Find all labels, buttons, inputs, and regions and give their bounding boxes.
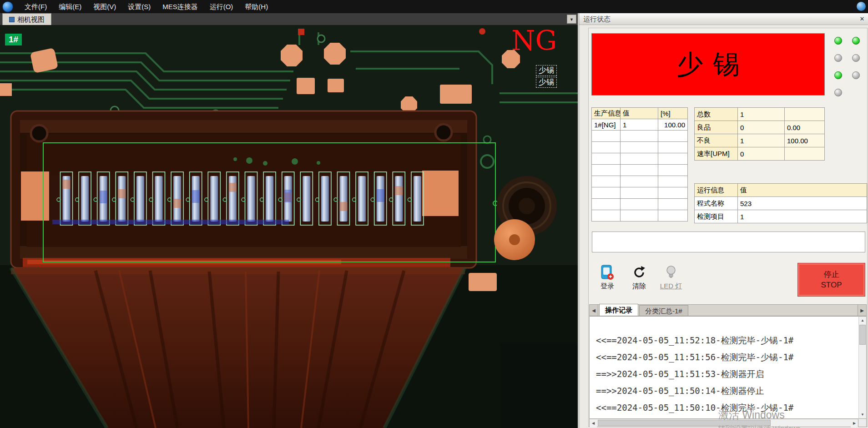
- table-row: 良品00.00: [695, 121, 825, 134]
- table-cell: [621, 153, 658, 165]
- log-line: ==>>2024-05-05_11:50:14-检测器停止: [596, 383, 858, 399]
- status-indicator-on: [834, 37, 842, 45]
- login-icon: [600, 263, 615, 282]
- table-cell: 不良: [695, 134, 738, 147]
- scroll-up-icon[interactable]: ▲: [859, 317, 866, 324]
- scrollbar-corner: [858, 419, 867, 427]
- log-tab-strip: ◀ 操作记录 分类汇总-1# ▶: [589, 304, 867, 316]
- table-cell: [785, 108, 825, 121]
- tab-operation-log[interactable]: 操作记录: [599, 304, 638, 316]
- table-cell: [658, 210, 688, 222]
- app-tray-icon[interactable]: [857, 2, 866, 11]
- log-line: <<==2024-05-05_11:50:10-检测完毕-少锡-1#: [596, 399, 858, 416]
- table-row: 1#[NG]1100.00: [592, 119, 688, 131]
- table-cell: [658, 131, 688, 142]
- table-cell: [658, 187, 688, 199]
- defect-banner: 少锡: [591, 33, 825, 96]
- table-row: [592, 187, 688, 199]
- panel-body: 少锡 生产信息值[%]1#[NG]1100.00 总数1良品00.00不良110…: [579, 25, 868, 428]
- menu-edit[interactable]: 编辑(E): [53, 0, 87, 13]
- login-label: 登录: [601, 282, 614, 291]
- led-light-button[interactable]: LED 灯: [657, 263, 685, 291]
- horizontal-scrollbar-thumb[interactable]: [598, 420, 771, 426]
- table-cell: 1: [738, 108, 785, 121]
- status-indicator-off: [852, 54, 860, 62]
- log-list: <<==2024-05-05_11:52:18-检测完毕-少锡-1#<<==20…: [590, 317, 858, 416]
- table-cell: [592, 153, 621, 165]
- menu-file[interactable]: 文件(F): [19, 0, 53, 13]
- menu-mes-connector[interactable]: MES连接器: [156, 0, 204, 13]
- table-row: 不良1100.00: [695, 134, 825, 147]
- menu-view[interactable]: 视图(V): [87, 0, 122, 13]
- led-bulb-icon: [664, 263, 678, 282]
- table-cell: 检测项目: [695, 210, 738, 223]
- camera-tab-label: 相机视图: [17, 14, 45, 25]
- table-row: 检测项目1: [695, 210, 867, 223]
- scroll-right-icon[interactable]: ▶: [851, 419, 858, 427]
- tab-scroll-right-icon[interactable]: ▶: [858, 305, 866, 316]
- status-indicator-off: [852, 71, 860, 79]
- run-status-panel: 运行状态 ✕ 少锡 生产信息值[%]1#[NG]1100.00 总数1良品00.…: [579, 13, 868, 428]
- menu-settings[interactable]: 设置(S): [122, 0, 156, 13]
- table-cell: 值: [738, 184, 867, 197]
- table-cell: 生产信息: [592, 108, 621, 119]
- table-row: [592, 153, 688, 165]
- status-indicator-off: [834, 54, 842, 62]
- camera-tab-bar: 相机视图 ▼: [0, 13, 578, 25]
- clear-label: 清除: [632, 282, 646, 291]
- log-horizontal-scrollbar[interactable]: ◀ ▶: [589, 419, 858, 427]
- table-cell: [592, 187, 621, 199]
- log-line: <<==2024-05-05_11:51:56-检测完毕-少锡-1#: [596, 349, 858, 366]
- stats-table: 总数1良品00.00不良1100.00速率[UPM]0: [694, 107, 825, 161]
- table-cell: [592, 131, 621, 142]
- table-cell: [592, 199, 621, 210]
- table-cell: [621, 199, 658, 210]
- scroll-left-icon[interactable]: ◀: [590, 419, 597, 427]
- stop-label-cn: 停止: [824, 269, 839, 280]
- table-cell: [621, 131, 658, 142]
- clear-button[interactable]: 清除: [625, 263, 653, 291]
- table-cell: [785, 147, 825, 161]
- table-cell: 1: [738, 134, 785, 147]
- table-row: [592, 199, 688, 210]
- log-line: ==>>2024-05-05_11:51:53-检测器开启: [596, 366, 858, 383]
- table-row: 总数1: [695, 108, 825, 121]
- tab-scroll-left-icon[interactable]: ◀: [590, 305, 598, 316]
- table-cell: [621, 187, 658, 199]
- stop-button[interactable]: 停止 STOP: [797, 263, 865, 297]
- message-box[interactable]: [592, 232, 865, 252]
- chevron-down-icon[interactable]: ▼: [567, 15, 576, 24]
- table-cell: 0: [738, 121, 785, 134]
- status-indicator-off: [834, 89, 842, 96]
- scroll-down-icon[interactable]: ▼: [859, 411, 866, 418]
- table-cell: 总数: [695, 108, 738, 121]
- table-cell: [621, 210, 658, 222]
- defect-tag: 少锡: [536, 65, 557, 76]
- app-logo-icon: [2, 1, 13, 12]
- table-cell: 100.00: [658, 119, 688, 131]
- table-row: [592, 165, 688, 176]
- table-cell: 运行信息: [695, 184, 738, 197]
- table-cell: 100.00: [785, 134, 825, 147]
- table-row: 生产信息值[%]: [592, 108, 688, 119]
- stop-label-en: STOP: [821, 280, 842, 290]
- table-row: 程式名称523: [695, 197, 867, 210]
- table-cell: [%]: [658, 108, 688, 119]
- vertical-scrollbar-thumb[interactable]: [859, 325, 866, 345]
- menu-help[interactable]: 帮助(H): [239, 0, 274, 13]
- runinfo-table: 运行信息值程式名称523检测项目1: [694, 183, 867, 223]
- table-cell: [592, 176, 621, 187]
- log-vertical-scrollbar[interactable]: ▲ ▼: [858, 316, 867, 419]
- table-row: [592, 210, 688, 222]
- tab-camera-view[interactable]: 相机视图: [2, 13, 51, 25]
- close-icon[interactable]: ✕: [858, 15, 867, 24]
- led-label: LED 灯: [660, 282, 682, 291]
- defect-tag: 少锡: [536, 77, 557, 88]
- table-cell: 1: [621, 119, 658, 131]
- camera-view: 1# NG 少锡 少锡: [0, 25, 578, 428]
- app-window: 文件(F) 编辑(E) 视图(V) 设置(S) MES连接器 运行(O) 帮助(…: [0, 0, 868, 428]
- login-button[interactable]: 登录: [593, 263, 621, 291]
- tab-classification-summary[interactable]: 分类汇总-1#: [639, 305, 688, 316]
- table-row: [592, 176, 688, 187]
- menu-run[interactable]: 运行(O): [204, 0, 239, 13]
